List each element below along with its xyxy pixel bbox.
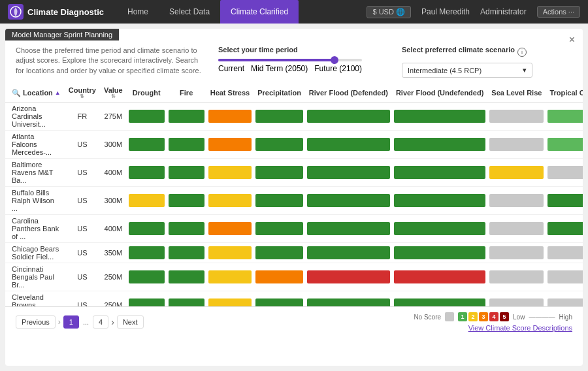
cell-sea_level_rise [487, 243, 546, 263]
scenario-label: Select preferred climate scenario [402, 46, 515, 54]
legend-3: 3 [479, 312, 488, 321]
page-last-button[interactable]: 4 [93, 315, 108, 329]
cell-value: 400M [100, 159, 127, 187]
scenario-section: Select preferred climate scenario i Inte… [402, 46, 572, 78]
scenario-dropdown[interactable]: Intermediate (4.5 RCP) ▾ [402, 63, 532, 78]
cell-river_flood_undefended [392, 263, 487, 291]
cell-heat_stress [206, 159, 254, 187]
th-tropical-cyclone: Tropical Cyclone [546, 84, 583, 103]
view-climate-scores-link[interactable]: View Climate Score Descriptions [468, 324, 572, 332]
cell-river_flood_defended [305, 131, 392, 159]
table-row: Atlanta Falcons Mercedes-...US300M [5, 131, 583, 159]
cell-country: US [65, 263, 100, 291]
cell-heat_stress [206, 263, 254, 291]
slider-track [218, 59, 362, 61]
nav-tab-select-data[interactable]: Select Data [159, 0, 220, 24]
pagination-row: Previous › 1 ... 4 › Next No Score 1 2 3… [5, 306, 583, 337]
cell-fire [167, 103, 206, 131]
top-right-area: $ USD 🌐 Paul Meredith Administrator Acti… [367, 6, 580, 18]
cell-fire [167, 131, 206, 159]
th-heat-stress: Heat Stress [206, 84, 254, 103]
cell-sea_level_rise [487, 131, 546, 159]
cell-precipitation [253, 215, 305, 243]
cell-river_flood_undefended [392, 291, 487, 307]
cell-value: 275M [100, 103, 127, 131]
cell-precipitation [253, 131, 305, 159]
info-icon[interactable]: i [517, 48, 527, 57]
sort-asc-icon: ▲ [55, 89, 61, 96]
high-label: High [559, 314, 572, 321]
close-button[interactable]: × [569, 34, 575, 46]
slider-thumb[interactable] [331, 56, 338, 64]
cell-river_flood_defended [305, 215, 392, 243]
table-container[interactable]: 🔍 Location ▲ Country ⇅ Value [5, 84, 583, 306]
globe-icon: 🌐 [396, 8, 405, 16]
nav-tab-home[interactable]: Home [117, 0, 159, 24]
cell-tropical_cyclone [546, 243, 583, 263]
cell-precipitation [253, 103, 305, 131]
next-button[interactable]: Next [117, 315, 144, 329]
legend-section: No Score 1 2 3 4 5 Low ———— High View Cl… [414, 312, 572, 332]
cell-tropical_cyclone [546, 131, 583, 159]
cell-drought [127, 263, 167, 291]
cell-river_flood_defended [305, 243, 392, 263]
slider-fill [218, 59, 333, 61]
cell-tropical_cyclone [546, 159, 583, 187]
cell-tropical_cyclone [546, 215, 583, 243]
cell-precipitation [253, 159, 305, 187]
cell-sea_level_rise [487, 291, 546, 307]
cell-river_flood_defended [305, 291, 392, 307]
page-arrow-right: › [111, 317, 114, 327]
cell-location: Atlanta Falcons Mercedes-... [5, 131, 65, 159]
dash-label: ———— [529, 314, 555, 321]
cell-sea_level_rise [487, 215, 546, 243]
cell-country: FR [65, 103, 100, 131]
cell-drought [127, 291, 167, 307]
cell-location: Carolina Panthers Bank of ... [5, 215, 65, 243]
cell-location: Cincinnati Bengals Paul Br... [5, 263, 65, 291]
cell-drought [127, 187, 167, 215]
cell-location: Arizona Cardinals Universit... [5, 103, 65, 131]
cell-precipitation [253, 243, 305, 263]
th-river-flood-undefended: River Flood (Undefended) [392, 84, 487, 103]
cell-precipitation [253, 263, 305, 291]
legend-2: 2 [468, 312, 478, 321]
th-sea-level-rise: Sea Level Rise [487, 84, 546, 103]
chevron-down-icon: ▾ [523, 66, 527, 74]
th-location[interactable]: 🔍 Location ▲ [5, 84, 65, 103]
main-panel: Model Manager Sprint Planning × Choose t… [5, 29, 583, 366]
nav-tab-climate-clarified[interactable]: Climate Clarified [220, 0, 299, 24]
cell-river_flood_undefended [392, 243, 487, 263]
th-precipitation: Precipitation [253, 84, 305, 103]
cell-precipitation [253, 291, 305, 307]
cell-tropical_cyclone [546, 291, 583, 307]
low-label: Low [513, 314, 525, 321]
scenario-selected: Intermediate (4.5 RCP) [408, 67, 482, 74]
page-ellipsis: ... [82, 318, 90, 326]
prev-button[interactable]: Previous [16, 315, 56, 329]
th-fire: Fire [167, 84, 206, 103]
cell-heat_stress [206, 215, 254, 243]
cell-fire [167, 215, 206, 243]
cell-country: US [65, 215, 100, 243]
th-country[interactable]: Country ⇅ [65, 84, 100, 103]
cell-heat_stress [206, 243, 254, 263]
actions-button[interactable]: Actions ··· [537, 6, 580, 18]
cell-country: US [65, 291, 100, 307]
cell-river_flood_defended [305, 103, 392, 131]
cell-river_flood_undefended [392, 131, 487, 159]
cell-river_flood_undefended [392, 103, 487, 131]
slider-labels: Current Mid Term (2050) Future (2100) [218, 64, 362, 73]
currency-button[interactable]: $ USD 🌐 [367, 6, 410, 18]
cell-value: 300M [100, 131, 127, 159]
page-1-button[interactable]: 1 [63, 315, 79, 329]
logo-icon [8, 4, 24, 20]
slider-label-mid: Mid Term (2050) [251, 64, 308, 73]
cell-fire [167, 187, 206, 215]
cell-drought [127, 131, 167, 159]
th-value[interactable]: Value ⇅ [100, 84, 127, 103]
cell-sea_level_rise [487, 103, 546, 131]
page-arrow-left: › [58, 317, 61, 327]
sort-arrows-country: ⇅ [80, 94, 84, 99]
legend-1: 1 [458, 312, 467, 321]
